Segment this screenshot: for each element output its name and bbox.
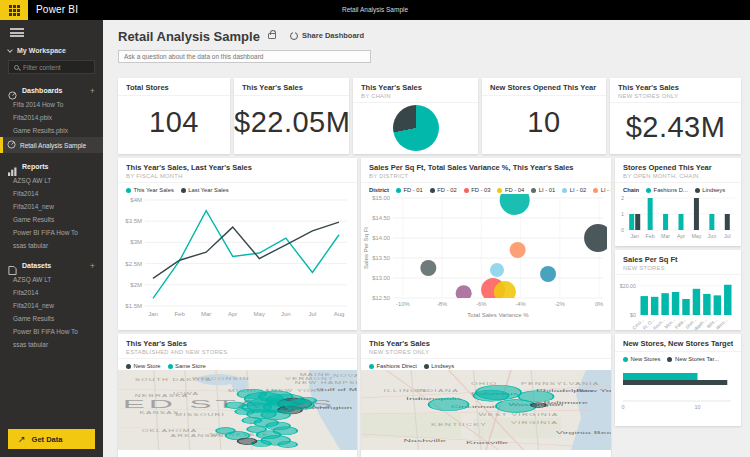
tile-header: Sales Per Sq Ft, Total Sales Variance %,… xyxy=(361,158,611,183)
sidebar-item-fifa2014[interactable]: Fifa2014 xyxy=(0,286,103,299)
hamburger-menu-icon[interactable] xyxy=(10,28,24,37)
legend-item: LI - 01 xyxy=(531,187,555,193)
svg-text:May: May xyxy=(691,233,701,239)
sidebar-item-label: AZSQ AW LT xyxy=(13,276,51,283)
svg-text:Jul: Jul xyxy=(724,233,731,239)
legend-dot xyxy=(667,357,672,362)
legend-label: New Stores Tar... xyxy=(675,356,719,362)
sidebar-item-ssas-tabular[interactable]: ssas tabular xyxy=(0,338,103,351)
legend-label: FD - 04 xyxy=(505,187,524,193)
svg-text:$13.50: $13.50 xyxy=(372,255,390,261)
sidebar-item-ssas-tabular[interactable]: ssas tabular xyxy=(0,239,103,252)
sidebar-item-game-results[interactable]: Game Results xyxy=(0,213,103,226)
legend-item: New Stores xyxy=(623,356,660,362)
line-chart: $1.5M$2M$2.5M$3M$3.5M$4MJanFebMarAprMayJ… xyxy=(118,194,353,324)
pie-chart xyxy=(353,103,478,153)
sidebar-item-fifa2014-pbix[interactable]: Fifa2014.pbix xyxy=(0,111,103,124)
tile-header: Total Stores xyxy=(118,78,230,96)
add-icon[interactable]: + xyxy=(90,88,95,94)
legend-dot xyxy=(695,188,700,193)
svg-text:Jul: Jul xyxy=(309,311,317,317)
tile-sqft-bar[interactable]: Sales Per Sq FtNEW STORES$0$20.00Cinci..… xyxy=(615,250,741,330)
svg-text:Winc...: Winc... xyxy=(715,317,728,330)
legend-label: Fashions Direct xyxy=(377,363,417,369)
legend-label: Last Year Sales xyxy=(188,187,228,193)
sidebar-item-power-bi-fifa-how-to[interactable]: Power BI FIFA How To xyxy=(0,226,103,239)
svg-text:$20.00: $20.00 xyxy=(620,283,636,289)
svg-text:$0: $0 xyxy=(630,312,636,318)
workspace-selector[interactable]: My Workspace xyxy=(0,45,103,60)
svg-text:$15.00: $15.00 xyxy=(372,195,390,201)
sidebar-item-fifa2014[interactable]: Fifa2014 xyxy=(0,187,103,200)
map-chart: ED STATESSOUTH DAKOTAWISCONSINMICHIGANIO… xyxy=(118,370,357,450)
tile-line-chart[interactable]: This Year's Sales, Last Year's SalesBY F… xyxy=(118,158,357,330)
svg-text:0%: 0% xyxy=(595,301,603,307)
dashboard-title: Retail Analysis Sample xyxy=(118,29,260,44)
tile-new-stores-target[interactable]: New Stores, New Stores TargetNew StoresN… xyxy=(615,334,741,426)
sidebar-item-game-results-pbix[interactable]: Game Results.pbix xyxy=(0,124,103,137)
sidebar-item-power-bi-fifa-how-to[interactable]: Power BI FIFA How To xyxy=(0,325,103,338)
svg-text:NEW HAMPSHIRE: NEW HAMPSHIRE xyxy=(295,382,357,385)
tile-map-established-stores[interactable]: This Year's SalesESTABLISHED AND NEW STO… xyxy=(118,334,357,457)
legend-dot xyxy=(424,364,429,369)
tile-total-stores[interactable]: Total Stores104 xyxy=(118,78,230,154)
chevron-down-icon xyxy=(7,47,13,53)
tile-header: Sales Per Sq FtNEW STORES xyxy=(615,250,741,275)
svg-text:$14.00: $14.00 xyxy=(372,235,390,241)
share-icon xyxy=(290,32,298,40)
sidebar-sections: Dashboards+Fifa 2014 How ToFifa2014.pbix… xyxy=(0,81,103,355)
map-chart: ILLINOISINDIANAOHIOPENNSYLVANIANew YorkI… xyxy=(361,370,611,450)
legend-item: Same Store xyxy=(168,363,206,369)
tile-sales-new-stores[interactable]: This Year's SalesNEW STORES ONLY$2.43M xyxy=(610,78,741,154)
tile-new-stores-opened[interactable]: New Stores Opened This Year10 xyxy=(482,78,606,154)
tile-title: This Year's Sales xyxy=(242,83,341,92)
chart-legend: DistrictFD - 01FD - 02FD - 03FD - 04LI -… xyxy=(361,183,611,194)
share-dashboard-button[interactable]: Share Dashboard xyxy=(290,31,364,40)
legend-dot xyxy=(126,188,131,193)
svg-text:May: May xyxy=(254,311,265,317)
svg-text:-6%: -6% xyxy=(476,301,486,307)
tile-map-new-stores[interactable]: This Year's SalesNEW STORES ONLYFashions… xyxy=(361,334,611,457)
sidebar-item-label: Retail Analysis Sample xyxy=(20,142,86,149)
external-arrow-icon: ↗ xyxy=(18,434,26,444)
sidebar-item-label: Fifa2014 xyxy=(13,190,38,197)
svg-text:NOVA SCOTIA: NOVA SCOTIA xyxy=(333,375,357,378)
add-icon[interactable]: + xyxy=(90,263,95,269)
sidebar-item-label: ssas tabular xyxy=(13,341,48,348)
workspace-label: My Workspace xyxy=(17,47,66,54)
sidebar-item-fifa2014-new[interactable]: Fifa2014_new xyxy=(0,200,103,213)
filter-content-input[interactable]: Filter content xyxy=(8,60,95,74)
tile-title: This Year's Sales xyxy=(126,339,349,348)
pie-slice-graphic xyxy=(393,105,439,151)
sidebar-item-label: Fifa2014.pbix xyxy=(13,114,52,121)
legend-dot xyxy=(464,188,469,193)
grouped-bar-chart: 012JanFebMarAprMayJunJul xyxy=(615,194,737,242)
svg-text:WEST VIRGINIA: WEST VIRGINIA xyxy=(479,414,559,417)
kpi-value: 104 xyxy=(118,96,230,148)
horizontal-bar-chart: 010 xyxy=(615,363,737,413)
sidebar-item-fifa2014-new[interactable]: Fifa2014_new xyxy=(0,299,103,312)
svg-text:Jun: Jun xyxy=(281,311,291,317)
tile-stores-opened-bar[interactable]: Stores Opened This YearBY OPEN MONTH, CH… xyxy=(615,158,741,246)
sidebar-item-retail-analysis-sample[interactable]: Retail Analysis Sample xyxy=(0,137,103,153)
tile-scatter-chart[interactable]: Sales Per Sq Ft, Total Sales Variance %,… xyxy=(361,158,611,330)
svg-text:$12.50: $12.50 xyxy=(372,295,390,301)
legend-item: Lindseys xyxy=(424,363,454,369)
tile-header: This Year's SalesBY CHAIN xyxy=(353,78,478,103)
tile-header: This Year's Sales xyxy=(234,78,349,96)
svg-text:MAINE: MAINE xyxy=(300,374,332,377)
tile-title: This Year's Sales xyxy=(361,83,470,92)
tile-subtitle: BY FISCAL MONTH xyxy=(126,173,349,179)
bar-chart-icon xyxy=(8,162,17,171)
sidebar-item-game-results[interactable]: Game Results xyxy=(0,312,103,325)
qna-question-input[interactable] xyxy=(118,50,371,63)
tile-sales-by-chain-pie[interactable]: This Year's SalesBY CHAIN xyxy=(353,78,478,154)
lock-icon xyxy=(268,33,276,39)
tile-this-years-sales[interactable]: This Year's Sales$22.05M xyxy=(234,78,349,154)
get-data-button[interactable]: ↗ Get Data xyxy=(8,429,95,449)
svg-text:KANSAS: KANSAS xyxy=(140,412,180,415)
svg-text:10: 10 xyxy=(694,404,700,410)
svg-text:Virginia Beach: Virginia Beach xyxy=(556,431,611,435)
legend-dot xyxy=(562,188,567,193)
tile-header: Stores Opened This YearBY OPEN MONTH, CH… xyxy=(615,158,741,183)
